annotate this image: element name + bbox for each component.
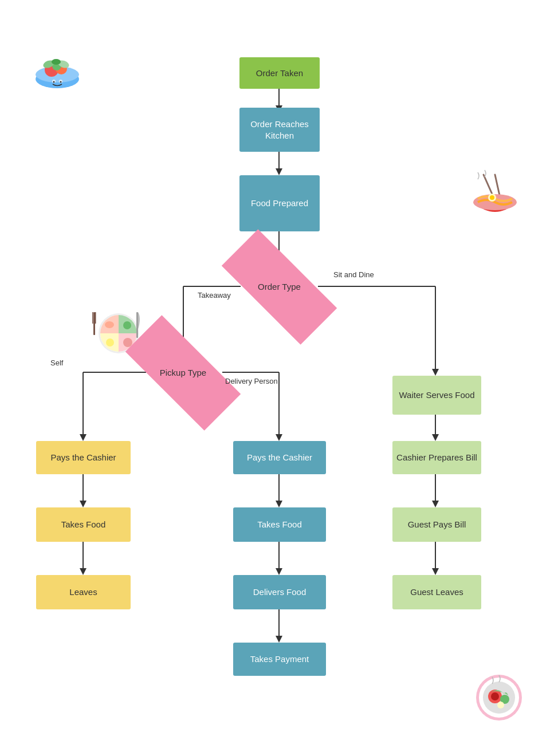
svg-marker-37 — [276, 168, 282, 175]
svg-marker-67 — [432, 568, 439, 575]
guest-pays-bill-box: Guest Pays Bill — [392, 507, 481, 542]
takes-food-self-box: Takes Food — [36, 507, 131, 542]
flowchart: Order Taken Order Reaches Kitchen Food P… — [0, 0, 558, 756]
delivers-food-box: Delivers Food — [233, 575, 326, 609]
delivery-person-label: Delivery Person — [225, 377, 278, 385]
cashier-prepares-bill-box: Cashier Prepares Bill — [392, 441, 481, 474]
svg-marker-55 — [80, 568, 87, 575]
takeaway-label: Takeaway — [198, 291, 231, 300]
svg-point-10 — [53, 81, 55, 83]
self-label: Self — [50, 359, 63, 367]
pickup-type-diamond: Pickup Type — [127, 347, 239, 399]
svg-marker-48 — [80, 434, 87, 441]
svg-marker-61 — [276, 636, 282, 643]
order-taken-box: Order Taken — [239, 57, 320, 89]
svg-marker-45 — [432, 369, 439, 376]
svg-marker-63 — [432, 434, 439, 441]
bottom-bowl-icon — [475, 674, 524, 724]
svg-point-22 — [123, 321, 131, 329]
svg-marker-65 — [432, 501, 439, 507]
guest-leaves-box: Guest Leaves — [392, 575, 481, 609]
takes-food-delivery-box: Takes Food — [233, 507, 326, 542]
svg-point-24 — [106, 338, 114, 346]
order-reaches-kitchen-box: Order Reaches Kitchen — [239, 108, 320, 152]
svg-rect-19 — [95, 312, 96, 324]
svg-marker-51 — [276, 434, 282, 441]
order-type-diamond: Order Type — [223, 261, 335, 313]
leaves-box: Leaves — [36, 575, 131, 609]
svg-rect-17 — [93, 312, 95, 335]
svg-marker-59 — [276, 568, 282, 575]
svg-point-25 — [105, 321, 114, 328]
food-prepared-box: Food Prepared — [239, 175, 320, 231]
pays-cashier-delivery-box: Pays the Cashier — [233, 441, 326, 474]
svg-point-33 — [497, 702, 504, 708]
salad-bowl-icon — [32, 40, 83, 94]
svg-point-16 — [490, 195, 494, 200]
svg-rect-26 — [136, 312, 138, 338]
svg-rect-18 — [92, 312, 93, 324]
sit-and-dine-label: Sit and Dine — [333, 270, 374, 279]
svg-point-11 — [60, 81, 62, 83]
svg-marker-53 — [80, 501, 87, 507]
svg-marker-57 — [276, 501, 282, 507]
waiter-serves-food-box: Waiter Serves Food — [392, 376, 481, 415]
takes-payment-box: Takes Payment — [233, 643, 326, 676]
pays-cashier-self-box: Pays the Cashier — [36, 441, 131, 474]
ramen-bowl-icon — [466, 169, 524, 229]
svg-point-31 — [491, 692, 499, 700]
svg-point-7 — [52, 59, 61, 65]
